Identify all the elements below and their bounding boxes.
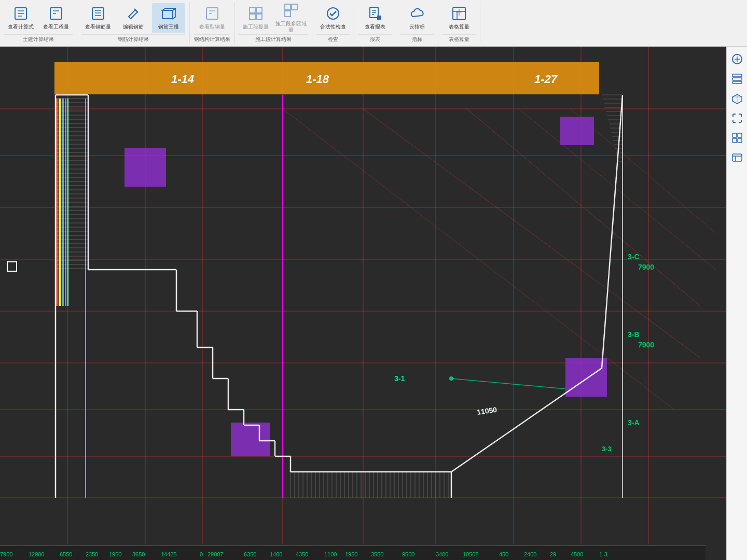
- ruler-mark-3650: 3650: [132, 551, 145, 557]
- svg-text:3-B: 3-B: [628, 330, 640, 339]
- toolbar-group-rebar: 查看钢筋量 编辑钢筋: [77, 2, 190, 44]
- toolbar: 查看计算式 查看工程量 土建计算结果: [0, 0, 747, 47]
- cloud-index-icon: [410, 6, 424, 23]
- check-shape-button[interactable]: 查看型钢量: [196, 3, 229, 33]
- ruler-mark-1950: 1950: [109, 551, 121, 557]
- ruler-mark-9500: 9500: [402, 551, 414, 557]
- check-calc-label: 查看计算式: [8, 24, 34, 30]
- rebar-3d-label: 钢筋三维: [158, 24, 179, 30]
- toolbar-group-civil: 查看计算式 查看工程量 土建计算结果: [0, 2, 77, 44]
- steel-group-label: 钢结构计算结果: [194, 34, 230, 43]
- svg-text:1-27: 1-27: [534, 73, 558, 86]
- steel-group-items: 查看型钢量: [196, 3, 229, 33]
- table-group-items: 表格算量: [442, 3, 476, 33]
- ruler-mark-1950b: 1950: [345, 551, 357, 557]
- cad-canvas[interactable]: 1-14 1-18 1-27: [0, 47, 726, 560]
- ruler-mark-450: 450: [499, 551, 508, 557]
- edit-rebar-label: 编辑钢筋: [123, 24, 144, 30]
- right-btn-circle[interactable]: [729, 51, 745, 67]
- rebar-3d-button[interactable]: 钢筋三维: [152, 3, 185, 33]
- svg-rect-191: [738, 138, 742, 143]
- svg-rect-20: [285, 4, 290, 10]
- svg-rect-59: [125, 148, 166, 187]
- svg-rect-7: [92, 8, 104, 19]
- stage-qty-button[interactable]: 施工段提量: [239, 3, 272, 33]
- right-btn-3d[interactable]: [729, 90, 745, 107]
- svg-rect-185: [732, 81, 742, 83]
- cloud-index-button[interactable]: 云指标: [400, 3, 434, 33]
- ruler-mark-12900: 12900: [29, 551, 45, 557]
- svg-rect-60: [560, 117, 594, 145]
- check-eng-icon: [49, 6, 63, 23]
- rebar-3d-icon: [161, 6, 176, 23]
- stage-qty-icon: [248, 6, 263, 23]
- bottom-ruler: 7900 12900 6550 2350 1950 3650 14425 0 2…: [0, 545, 706, 560]
- ruler-mark-29b: 29: [550, 551, 556, 557]
- table-calc-label: 表格算量: [449, 24, 469, 30]
- svg-rect-188: [732, 133, 737, 137]
- check-shape-label: 查看型钢量: [199, 24, 225, 30]
- right-btn-layers[interactable]: [729, 71, 745, 87]
- edit-rebar-button[interactable]: 编辑钢筋: [117, 3, 150, 33]
- table-calc-icon: [452, 6, 466, 23]
- svg-rect-190: [732, 138, 737, 143]
- ruler-mark-3400: 3400: [436, 551, 448, 557]
- civil-group-items: 查看计算式 查看工程量: [4, 3, 73, 33]
- check-report-button[interactable]: 查看报表: [358, 3, 392, 33]
- stage-multi-button[interactable]: 施工段多区域量: [274, 3, 308, 33]
- right-btn-view[interactable]: [729, 130, 745, 146]
- svg-point-170: [449, 376, 453, 381]
- svg-text:1-14: 1-14: [171, 73, 194, 86]
- svg-rect-61: [565, 358, 607, 397]
- index-group-items: 云指标: [400, 3, 434, 33]
- svg-text:3-1: 3-1: [394, 374, 405, 383]
- svg-text:3-3: 3-3: [602, 445, 612, 453]
- check-report-icon: [368, 6, 382, 23]
- cloud-index-label: 云指标: [409, 24, 425, 30]
- stage-multi-label: 施工段多区域量: [275, 21, 307, 33]
- check-eng-button[interactable]: 查看工程量: [39, 3, 73, 33]
- svg-text:1-18: 1-18: [306, 73, 329, 86]
- toolbar-group-table: 表格算量 表格算量: [438, 2, 480, 44]
- svg-text:7900: 7900: [638, 341, 654, 349]
- svg-text:7900: 7900: [638, 263, 654, 271]
- right-btn-expand[interactable]: [729, 110, 745, 127]
- stage-multi-icon: [284, 3, 298, 20]
- svg-rect-184: [732, 78, 742, 80]
- legal-check-label: 合法性检查: [320, 24, 346, 30]
- check-rebar-label: 查看钢筋量: [85, 24, 111, 30]
- check-group-items: 合法性检查: [316, 3, 350, 33]
- toolbar-group-steel: 查看型钢量 钢结构计算结果: [190, 2, 235, 44]
- svg-rect-22: [285, 11, 290, 17]
- svg-rect-16: [250, 7, 255, 13]
- table-group-label: 表格算量: [442, 34, 476, 43]
- svg-rect-12: [162, 10, 173, 19]
- ruler-mark-29007: 29007: [208, 551, 224, 557]
- svg-rect-183: [732, 74, 742, 77]
- check-rebar-qty-button[interactable]: 查看钢筋量: [81, 3, 115, 33]
- svg-rect-17: [256, 7, 262, 13]
- ruler-mark-4350: 4350: [296, 551, 308, 557]
- svg-rect-192: [732, 154, 742, 161]
- check-shape-icon: [205, 6, 219, 23]
- ruler-mark-1100: 1100: [324, 551, 337, 557]
- svg-rect-21: [292, 4, 297, 10]
- legal-check-button[interactable]: 合法性检查: [316, 3, 350, 33]
- check-calc-icon: [13, 6, 28, 23]
- check-group-label: 检查: [316, 34, 350, 43]
- stage-group-label: 施工段计算结果: [239, 34, 308, 43]
- check-calc-button[interactable]: 查看计算式: [4, 3, 37, 33]
- check-rebar-icon: [91, 6, 105, 23]
- ruler-mark-2350: 2350: [86, 551, 98, 557]
- ruler-mark-0: 0: [200, 551, 203, 557]
- ruler-mark-3550: 3550: [371, 551, 383, 557]
- right-btn-settings[interactable]: [729, 149, 745, 166]
- table-calc-button[interactable]: 表格算量: [442, 3, 476, 33]
- index-group-label: 指标: [400, 34, 434, 43]
- toolbar-group-stage: 施工段提量 施工段多区域量 施工段计算结果: [235, 2, 312, 44]
- rebar-group-items: 查看钢筋量 编辑钢筋: [81, 3, 185, 33]
- stage-group-items: 施工段提量 施工段多区域量: [239, 3, 308, 33]
- svg-text:3-A: 3-A: [628, 418, 640, 427]
- svg-text:3-C: 3-C: [628, 253, 640, 261]
- ruler-mark-6350: 6350: [244, 551, 256, 557]
